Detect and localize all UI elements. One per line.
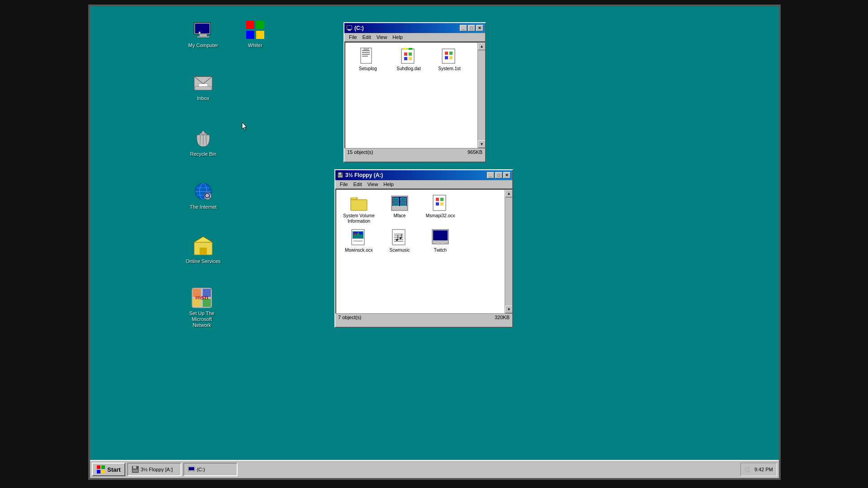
floppy-scroll-down[interactable]: ▼ <box>505 306 512 313</box>
svg-rect-6 <box>256 21 264 29</box>
file-suhdlog[interactable]: Suhdlog.dat <box>391 47 427 72</box>
svg-rect-102 <box>97 465 100 469</box>
file-system-volume[interactable]: System Volume Information <box>341 194 377 224</box>
inbox-icon <box>192 72 214 94</box>
mouse-cursor <box>242 122 247 130</box>
desktop-icon-inbox[interactable]: Inbox <box>185 72 221 101</box>
svg-rect-62 <box>339 172 341 175</box>
svg-rect-40 <box>361 48 372 63</box>
svg-rect-33 <box>193 289 201 297</box>
msn-icon: msn <box>191 287 213 309</box>
whiter-label: Whiter <box>248 43 262 48</box>
desktop-icon-internet[interactable]: The Internet <box>185 181 221 210</box>
svg-line-19 <box>206 136 206 145</box>
svg-rect-4 <box>199 32 200 33</box>
svg-rect-51 <box>409 48 412 50</box>
c-drive-close-btn[interactable]: ✕ <box>476 25 483 31</box>
floppy-minimize-btn[interactable]: _ <box>487 172 494 178</box>
taskbar-c-label: (C:) <box>197 467 205 472</box>
floppy-close-btn[interactable]: ✕ <box>503 172 510 178</box>
svg-rect-107 <box>133 466 136 469</box>
svg-rect-8 <box>256 31 264 39</box>
svg-rect-99 <box>437 243 439 245</box>
svg-rect-74 <box>433 195 446 211</box>
svg-rect-59 <box>445 56 448 59</box>
suhdlog-icon <box>400 47 418 65</box>
floppy-title-text: 3½ Floppy (A:) <box>345 172 383 178</box>
svg-rect-85 <box>357 233 359 235</box>
taskbar: Start 3½ Floppy [A:] (C:) <box>90 460 779 478</box>
recycle-bin-label: Recycle Bin <box>190 151 216 157</box>
system1st-label: System.1st <box>438 66 460 72</box>
svg-rect-38 <box>347 26 352 29</box>
floppy-window: 3½ Floppy (A:) _ □ ✕ File Edit View Help <box>334 169 513 328</box>
svg-rect-5 <box>246 21 254 29</box>
floppy-scrollbar[interactable]: ▲ ▼ <box>505 190 512 313</box>
c-drive-window: (C:) _ □ ✕ File Edit View Help <box>343 22 486 163</box>
c-drive-menubar: File Edit View Help <box>344 33 485 42</box>
msmapi32-label: Msmapi32.ocx <box>426 213 455 219</box>
file-scwmusic[interactable]: Scwmusic <box>382 229 418 253</box>
floppy-menu-help[interactable]: Help <box>381 181 396 187</box>
desktop-icon-recycle-bin[interactable]: Recycle Bin <box>185 128 221 157</box>
desktop-icon-whiter[interactable]: Whiter <box>237 19 273 48</box>
file-mface[interactable]: Mface <box>382 194 418 224</box>
file-setuplog[interactable]: Setuplog <box>350 47 386 72</box>
online-services-label: Online Services <box>186 258 220 264</box>
svg-rect-75 <box>436 198 439 201</box>
c-drive-file-grid: Setuplog Suhdlog.dat <box>345 43 472 76</box>
c-drive-menu-help[interactable]: Help <box>390 34 405 40</box>
setuplog-icon <box>359 47 377 65</box>
svg-rect-104 <box>97 470 100 474</box>
floppy-statusbar: 7 object(s) 320KB <box>335 313 512 321</box>
c-drive-scrollbar[interactable]: ▲ ▼ <box>477 43 485 148</box>
svg-rect-105 <box>101 470 105 474</box>
svg-rect-50 <box>403 48 407 50</box>
svg-rect-30 <box>200 248 207 255</box>
c-drive-scroll-up[interactable]: ▲ <box>478 43 485 50</box>
svg-rect-60 <box>449 56 453 59</box>
c-drive-menu-view[interactable]: View <box>374 34 390 40</box>
c-drive-titlebar: (C:) _ □ ✕ <box>344 23 485 33</box>
mface-icon <box>391 194 409 212</box>
c-drive-menu-file[interactable]: File <box>346 34 360 40</box>
internet-icon <box>192 181 214 202</box>
taskbar-floppy-label: 3½ Floppy [A:] <box>141 467 173 472</box>
recycle-bin-icon <box>192 128 214 149</box>
taskbar-floppy[interactable]: 3½ Floppy [A:] <box>127 463 181 476</box>
c-drive-titlebar-btns: _ □ ✕ <box>460 25 483 31</box>
desktop-icon-online-services[interactable]: Online Services <box>185 235 221 264</box>
start-button[interactable]: Start <box>92 463 125 476</box>
svg-rect-12 <box>195 86 211 90</box>
suhdlog-label: Suhdlog.dat <box>396 66 420 72</box>
file-twitch[interactable]: Twitch <box>422 229 458 253</box>
c-drive-maximize-btn[interactable]: □ <box>468 25 475 31</box>
floppy-menu-edit[interactable]: Edit <box>351 181 365 187</box>
file-system1st[interactable]: System.1st <box>431 47 467 72</box>
desktop-icon-msn[interactable]: msn Set Up The Microsoft Network <box>184 287 220 329</box>
c-drive-menu-edit[interactable]: Edit <box>360 34 374 40</box>
svg-rect-100 <box>441 243 444 245</box>
speaker-icon <box>744 466 752 473</box>
c-drive-scroll-track <box>478 50 485 140</box>
svg-marker-29 <box>194 237 212 242</box>
floppy-menu-file[interactable]: File <box>337 181 351 187</box>
file-mswinsck[interactable]: Mswinsck.ocx <box>341 229 377 253</box>
start-windows-logo <box>96 465 105 474</box>
start-label: Start <box>107 466 121 473</box>
floppy-menu-view[interactable]: View <box>365 181 381 187</box>
svg-rect-83 <box>359 232 362 234</box>
floppy-scroll-up[interactable]: ▲ <box>505 190 512 197</box>
taskbar-c-drive[interactable]: (C:) <box>183 463 238 476</box>
c-drive-minimize-btn[interactable]: _ <box>460 25 467 31</box>
taskbar-clock-area: 9:42 PM <box>740 463 777 476</box>
svg-rect-97 <box>433 230 448 240</box>
svg-rect-111 <box>190 471 193 472</box>
svg-rect-52 <box>404 53 407 56</box>
floppy-maximize-btn[interactable]: □ <box>495 172 502 178</box>
file-msmapi32[interactable]: Msmapi32.ocx <box>422 194 458 224</box>
svg-rect-73 <box>401 202 406 206</box>
system1st-icon <box>440 47 458 65</box>
c-drive-scroll-down[interactable]: ▼ <box>478 140 485 148</box>
desktop-icon-my-computer[interactable]: My Computer <box>185 19 221 48</box>
